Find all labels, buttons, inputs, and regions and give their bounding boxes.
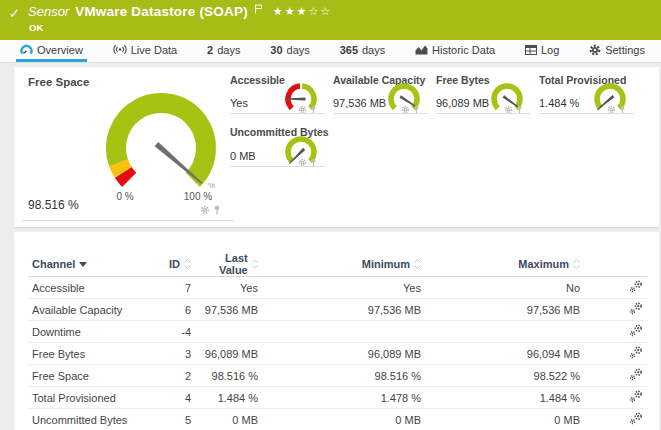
tab-number: 365 [340,44,358,56]
tab-overview[interactable]: Overview [16,40,87,62]
cell-id: 6 [148,299,195,321]
gauge-value: 1.484 % [539,97,579,109]
cell-actions [584,365,647,387]
channel-table: Channel ID Last Value Minimum [28,252,647,430]
tab-label: Settings [605,44,645,56]
cell-channel: Free Space [28,365,148,387]
cell-id: 4 [148,387,195,409]
cell-channel: Accessible [28,277,148,299]
channel-settings-gears-icon[interactable] [629,346,643,359]
cell-last-value [195,321,262,343]
cell-maximum: No [425,277,584,299]
tab-historic-data[interactable]: Historic Data [411,40,499,62]
channel-settings-gears-icon[interactable] [629,302,643,315]
tab-label: Live Data [131,44,177,56]
status-badge: OK [29,22,43,33]
table-row[interactable]: Free Bytes 3 96,089 MB 96,089 MB 96,094 … [28,343,647,365]
sensor-type-label: Sensor [28,4,69,19]
cell-minimum: 96,089 MB [262,343,425,365]
cell-actions [584,409,647,430]
table-row[interactable]: Uncommitted Bytes 5 0 MB 0 MB 0 MB [28,409,647,430]
broadcast-icon [113,44,127,55]
gauge-tab-icon [20,44,33,56]
column-header-id[interactable]: ID [148,252,195,277]
cell-last-value: 98.516 % [195,365,262,387]
sort-icon [573,259,580,269]
cell-channel: Total Provisioned [28,387,148,409]
table-row[interactable]: Total Provisioned 4 1.484 % 1.478 % 1.48… [28,387,647,409]
cell-id: 2 [148,365,195,387]
tab-live-data[interactable]: Live Data [109,40,181,62]
sensor-overview-page: ✓ Sensor VMware Datastore (SOAP) ★★★☆☆ O… [0,0,661,430]
tab-30-days[interactable]: 30 days [266,40,314,62]
gauges-panel: Free Space % 0 % 100 % 98.516 % Accessib… [14,67,659,227]
tab-settings[interactable]: Settings [585,40,649,62]
tab-log[interactable]: Log [521,40,563,62]
cell-last-value: Yes [195,277,262,299]
gauge-scale-max: 100 % [180,191,216,202]
table-row[interactable]: Free Space 2 98.516 % 98.516 % 98.522 % [28,365,647,387]
channel-settings-gears-icon[interactable] [629,368,643,381]
channel-table-panel: Channel ID Last Value Minimum [14,232,659,430]
cell-channel: Free Bytes [28,343,148,365]
sort-desc-icon [79,262,87,267]
channel-settings-gears-icon[interactable] [629,324,643,337]
tab-label: days [287,44,310,56]
table-row[interactable]: Available Capacity 6 97,536 MB 97,536 MB… [28,299,647,321]
channel-settings-gears-icon[interactable] [629,390,643,403]
priority-stars[interactable]: ★★★☆☆ [273,5,332,18]
cell-actions [584,277,647,299]
gauge-settings-gear-icon[interactable] [200,205,210,215]
cell-channel: Available Capacity [28,299,148,321]
cell-id: 3 [148,343,195,365]
cell-channel: Downtime [28,321,148,343]
cell-minimum [262,321,425,343]
tab-label: days [362,44,385,56]
cell-maximum: 98.522 % [425,365,584,387]
channel-settings-gears-icon[interactable] [629,412,643,425]
sensor-status-band: ✓ Sensor VMware Datastore (SOAP) ★★★☆☆ O… [0,0,661,40]
gauge-value: 98.516 % [28,198,79,212]
cell-last-value: 97,536 MB [195,299,262,321]
sensor-title: VMware Datastore (SOAP) [75,4,248,19]
cell-last-value: 0 MB [195,409,262,430]
cell-maximum: 1.484 % [425,387,584,409]
gauge-title: Accessible [230,74,285,86]
cell-minimum: 1.478 % [262,387,425,409]
cell-maximum: 97,536 MB [425,299,584,321]
tab-number: 2 [207,44,213,56]
priority-flag-icon[interactable] [254,0,263,18]
cell-id: 5 [148,409,195,430]
tab-label: Log [541,44,559,56]
gauge-pin-icon[interactable] [213,205,221,215]
tab-2-days[interactable]: 2 days [203,40,244,62]
sort-icon [252,259,258,269]
column-header-actions [584,252,647,277]
cell-minimum: Yes [262,277,425,299]
column-header-maximum[interactable]: Maximum [425,252,584,277]
tab-bar: Overview Live Data 2 days 30 days 365 da… [0,40,661,63]
column-header-minimum[interactable]: Minimum [262,252,425,277]
tab-label: Overview [37,44,83,56]
cell-minimum: 97,536 MB [262,299,425,321]
tab-label: Historic Data [432,44,495,56]
column-header-channel[interactable]: Channel [28,252,148,277]
table-row[interactable]: Downtime -4 [28,321,647,343]
log-table-icon [525,45,537,55]
cell-channel: Uncommitted Bytes [28,409,148,430]
tab-365-days[interactable]: 365 days [336,40,390,62]
channel-settings-gears-icon[interactable] [629,280,643,293]
cell-actions [584,343,647,365]
cell-minimum: 98.516 % [262,365,425,387]
gauge-value: Yes [230,97,248,109]
cell-actions [584,387,647,409]
gauge-scale-min: 0 % [110,191,140,202]
cell-maximum [425,321,584,343]
cell-id: 7 [148,277,195,299]
cell-id: -4 [148,321,195,343]
gauge-value: 97,536 MB [333,97,386,109]
column-header-last-value[interactable]: Last Value [195,252,262,277]
cell-actions [584,321,647,343]
table-row[interactable]: Accessible 7 Yes Yes No [28,277,647,299]
cell-maximum: 0 MB [425,409,584,430]
